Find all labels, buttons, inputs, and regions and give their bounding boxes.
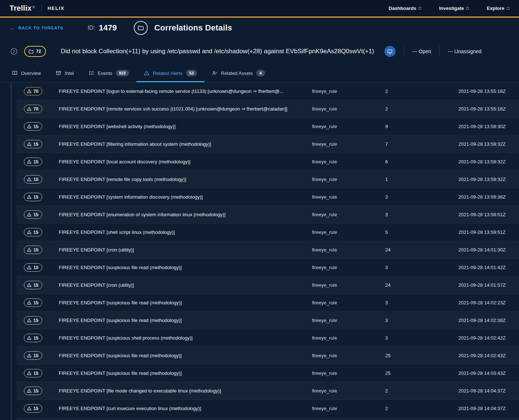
table-row[interactable]: 15FIREEYE ENDPOINT [webshell activity (m…	[17, 118, 519, 135]
alert-name[interactable]: FIREEYE ENDPOINT [suspicious shell proce…	[59, 335, 312, 341]
back-to-threats-link[interactable]: ← BACK TO THREATS	[10, 25, 63, 30]
alert-count: 24	[385, 247, 458, 253]
alert-timestamp: 2021-09-28 14:02:23Z	[458, 300, 519, 305]
table-row[interactable]: 15FIREEYE ENDPOINT [cron (utility)]firee…	[17, 276, 519, 294]
alert-timestamp: 2021-09-28 13:55:16Z	[458, 106, 519, 112]
alert-name[interactable]: FIREEYE ENDPOINT [suspicious file read (…	[59, 300, 312, 305]
alert-name[interactable]: FIREEYE ENDPOINT [curl insecure executio…	[59, 406, 312, 411]
alert-name[interactable]: FIREEYE ENDPOINT [system information dis…	[59, 194, 312, 200]
alert-name[interactable]: FIREEYE ENDPOINT [file mode changed to e…	[59, 388, 312, 394]
alert-name[interactable]: FIREEYE ENDPOINT [local account discover…	[59, 159, 312, 164]
nav-dashboards[interactable]: Dashboards	[389, 6, 421, 11]
tab-related-alerts-badge: 53	[186, 70, 197, 76]
top-navigation: Dashboards Investigate Explore	[389, 6, 509, 11]
monitor-icon-button[interactable]	[384, 46, 395, 57]
table-row[interactable]: 15FIREEYE ENDPOINT [file mode changed to…	[17, 382, 519, 400]
alert-triangle-icon	[27, 106, 32, 111]
table-row[interactable]: 15FIREEYE ENDPOINT [suspicious file read…	[17, 294, 519, 312]
vertical-scrollbar[interactable]	[11, 84, 12, 420]
severity-value: 70	[33, 106, 38, 112]
correlation-severity-value: 72	[36, 49, 41, 54]
alert-timestamp: 2021-09-28 14:02:43Z	[458, 353, 519, 358]
status-open[interactable]: --- Open	[412, 48, 431, 54]
table-row[interactable]: 15FIREEYE ENDPOINT [suspicious shell pro…	[17, 329, 519, 347]
alert-name[interactable]: FIREEYE ENDPOINT [cron (utility)]	[59, 282, 312, 288]
alert-rule-type: fireeye_rule	[312, 300, 385, 305]
alert-count: 2	[385, 388, 458, 394]
severity-value: 15	[33, 159, 38, 164]
alert-timestamp: 2021-09-28 14:01:42Z	[458, 265, 519, 270]
table-row[interactable]: 15FIREEYE ENDPOINT [shell script linux (…	[17, 224, 519, 241]
status-assignee[interactable]: --- Unassigned	[448, 48, 482, 54]
back-arrow-icon: ←	[10, 25, 15, 30]
severity-value: 15	[33, 247, 38, 253]
alert-name[interactable]: FIREEYE ENDPOINT [enumeration of system …	[59, 212, 312, 217]
alert-triangle-icon	[27, 353, 32, 358]
severity-badge: 15	[24, 193, 42, 201]
table-row[interactable]: 15FIREEYE ENDPOINT [suspicious file read…	[17, 259, 519, 276]
tab-intel[interactable]: Intel	[48, 65, 81, 82]
severity-badge: 15	[24, 298, 42, 307]
nav-investigate[interactable]: Investigate	[439, 6, 469, 11]
correlation-severity-badge: 72	[24, 46, 46, 57]
severity-badge: 70	[24, 105, 42, 113]
alert-name[interactable]: FIREEYE ENDPOINT [suspicious file read (…	[59, 370, 312, 376]
alert-name[interactable]: FIREEYE ENDPOINT [suspicious file read (…	[59, 318, 312, 323]
alert-name[interactable]: FIREEYE ENDPOINT [shell script linux (me…	[59, 229, 312, 235]
alert-name[interactable]: FIREEYE ENDPOINT [webshell activity (met…	[59, 124, 312, 129]
alert-name[interactable]: FIREEYE ENDPOINT [logon to external-faci…	[59, 88, 312, 94]
severity-badge: 15	[24, 369, 42, 377]
alert-rule-type: fireeye_rule	[312, 159, 385, 164]
alert-rule-type: fireeye_rule	[312, 406, 385, 411]
table-row[interactable]: 15FIREEYE ENDPOINT [suspicious file read…	[17, 312, 519, 329]
table-row[interactable]: 15FIREEYE ENDPOINT [filtering informatio…	[17, 135, 519, 153]
table-row[interactable]: 15FIREEYE ENDPOINT [enumeration of syste…	[17, 206, 519, 224]
table-row[interactable]: 15FIREEYE ENDPOINT [system information d…	[17, 188, 519, 206]
table-row[interactable]: 15FIREEYE ENDPOINT [cron (utility)]firee…	[17, 241, 519, 259]
tab-overview[interactable]: Overview	[4, 65, 48, 82]
alert-rule-type: fireeye_rule	[312, 388, 385, 394]
severity-badge: 15	[24, 140, 42, 148]
alert-name[interactable]: FIREEYE ENDPOINT [filtering information …	[59, 141, 312, 147]
severity-badge-cell: 15	[17, 334, 59, 342]
alert-timestamp: 2021-09-28 14:04:37Z	[458, 388, 519, 394]
tab-related-assets-badge: 4	[256, 70, 265, 76]
alert-triangle-icon	[27, 300, 32, 305]
severity-badge-cell: 70	[17, 87, 59, 95]
alert-name[interactable]: FIREEYE ENDPOINT [remote services ssh su…	[59, 106, 312, 112]
product-name: HELIX	[47, 6, 64, 11]
severity-badge-cell: 15	[17, 298, 59, 307]
nav-explore[interactable]: Explore	[487, 6, 509, 11]
alert-timestamp: 2021-09-28 13:59:51Z	[458, 229, 519, 235]
severity-badge: 15	[24, 210, 42, 219]
alert-triangle-icon	[27, 124, 32, 129]
table-row[interactable]: 70FIREEYE ENDPOINT [logon to external-fa…	[17, 83, 519, 100]
alert-rule-type: fireeye_rule	[312, 88, 385, 94]
divider	[404, 46, 404, 57]
tab-events-badge: 923	[116, 70, 129, 76]
tab-overview-label: Overview	[21, 70, 41, 76]
trellix-logo[interactable]: Trellix ✕	[10, 4, 35, 12]
alert-timestamp: 2021-09-28 14:01:30Z	[458, 247, 519, 253]
dropdown-square-icon	[507, 7, 509, 10]
table-row[interactable]: 15FIREEYE ENDPOINT [remote file copy too…	[17, 171, 519, 188]
tab-related-alerts[interactable]: Related Alerts 53	[136, 65, 204, 82]
alert-count: 3	[385, 318, 458, 323]
table-row[interactable]: 70FIREEYE ENDPOINT [remote services ssh …	[17, 100, 519, 118]
alert-count: 5	[385, 229, 458, 235]
table-row[interactable]: 15FIREEYE ENDPOINT [suspicious file read…	[17, 347, 519, 365]
alert-name[interactable]: FIREEYE ENDPOINT [suspicious file read (…	[59, 265, 312, 270]
alert-count: 3	[385, 265, 458, 270]
alert-name[interactable]: FIREEYE ENDPOINT [remote file copy tools…	[59, 177, 312, 182]
alert-name[interactable]: FIREEYE ENDPOINT [cron (utility)]	[59, 247, 312, 253]
tab-related-assets[interactable]: Related Assets 4	[204, 65, 272, 82]
table-row[interactable]: 15FIREEYE ENDPOINT [local account discov…	[17, 153, 519, 171]
expand-chevron-icon[interactable]	[10, 47, 18, 56]
table-row[interactable]: 15FIREEYE ENDPOINT [suspicious file read…	[17, 365, 519, 382]
table-row[interactable]: 15FIREEYE ENDPOINT [curl insecure execut…	[17, 400, 519, 417]
tab-events[interactable]: Events 923	[81, 65, 136, 82]
alert-rule-type: fireeye_rule	[312, 265, 385, 270]
severity-badge-cell: 15	[17, 404, 59, 413]
alert-name[interactable]: FIREEYE ENDPOINT [suspicious file read (…	[59, 353, 312, 358]
severity-value: 15	[33, 230, 38, 235]
